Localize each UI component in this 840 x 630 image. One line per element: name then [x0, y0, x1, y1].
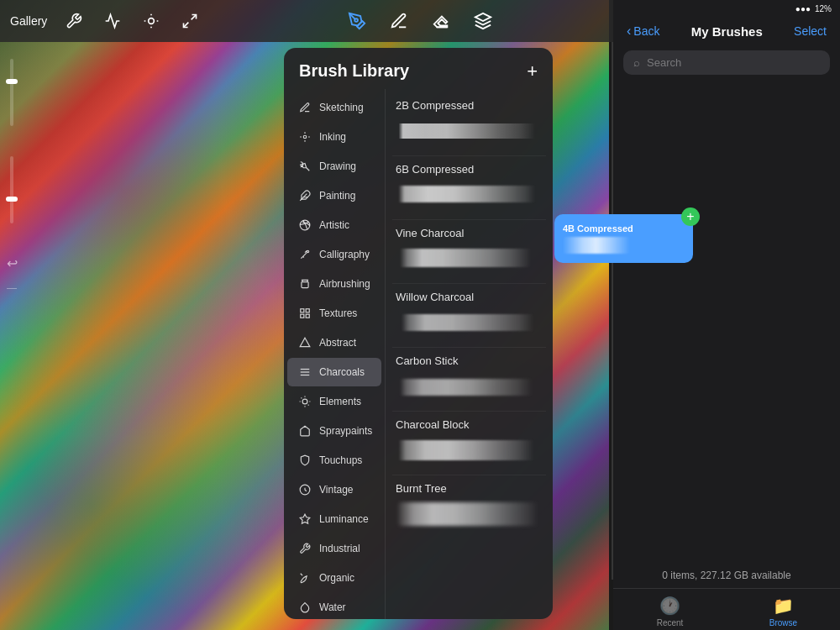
svg-marker-15	[300, 338, 310, 347]
brush-item-6b-compressed[interactable]: 6B Compressed	[392, 156, 546, 220]
brush-library-content: Sketching Inking Drawing Painting	[284, 89, 553, 619]
category-abstract[interactable]: Abstract	[287, 328, 381, 357]
recent-icon: 🕐	[659, 596, 680, 616]
stroke-preview	[396, 123, 543, 139]
search-icon: ⌕	[633, 56, 640, 69]
stroke-preview	[396, 314, 543, 331]
tab-recent[interactable]: 🕐 Recent	[613, 589, 727, 630]
category-label-abstract: Abstract	[319, 337, 356, 349]
brush-item-vine-charcoal[interactable]: Vine Charcoal	[392, 220, 546, 284]
category-label-drawing: Drawing	[319, 160, 356, 172]
category-luminance[interactable]: Luminance	[287, 505, 381, 533]
category-label-vintage: Vintage	[319, 484, 353, 496]
category-label-luminance: Luminance	[319, 513, 369, 525]
category-inking[interactable]: Inking	[287, 123, 381, 151]
search-bar[interactable]: ⌕ Search	[623, 50, 830, 75]
category-label-textures: Textures	[319, 307, 357, 319]
abstract-icon	[297, 335, 312, 350]
category-vintage[interactable]: Vintage	[287, 475, 381, 504]
category-elements[interactable]: Elements	[287, 387, 381, 416]
calligraphy-pen-tool[interactable]	[387, 9, 411, 33]
svg-line-1	[192, 15, 197, 20]
svg-rect-14	[306, 314, 309, 318]
transform-icon[interactable]	[178, 9, 202, 33]
category-sketching[interactable]: Sketching	[287, 93, 381, 122]
category-label-touchups: Touchups	[319, 454, 362, 466]
gallery-button[interactable]: Gallery	[10, 14, 47, 28]
svg-line-2	[184, 23, 189, 28]
brush-name-2b: 2B Compressed	[396, 99, 543, 112]
artistic-icon	[297, 218, 312, 233]
category-spraypaints[interactable]: Spraypaints	[287, 417, 381, 445]
category-label-water: Water	[319, 601, 346, 613]
brush-item-willow-charcoal[interactable]: Willow Charcoal	[392, 284, 546, 348]
side-toolbar: ↩ —	[0, 42, 24, 307]
toolbar-center	[345, 9, 495, 33]
brush-item-carbon-stick[interactable]: Carbon Stick	[392, 348, 546, 412]
painting-icon	[297, 188, 312, 203]
brush-name-block: Charcoal Block	[396, 418, 543, 431]
back-label: Back	[633, 24, 659, 38]
category-label-spraypaints: Spraypaints	[319, 425, 372, 437]
brush-size-slider[interactable]	[10, 59, 13, 126]
organic-icon	[297, 570, 312, 585]
spraypaints-icon	[297, 423, 312, 438]
svg-point-19	[302, 399, 307, 404]
wifi-icon: ●●●	[795, 4, 811, 13]
add-brush-button[interactable]: +	[527, 62, 538, 81]
undo-button[interactable]: ↩	[3, 254, 21, 272]
category-label-charcoals: Charcoals	[319, 366, 365, 378]
stroke-preview	[396, 440, 543, 460]
brush-item-2b-compressed[interactable]: 2B Compressed	[392, 92, 546, 156]
eraser-tool[interactable]	[429, 9, 453, 33]
brush-item-burnt-tree[interactable]: Burnt Tree	[392, 475, 546, 538]
back-button[interactable]: ‹ Back	[627, 24, 659, 39]
opacity-slider[interactable]	[10, 156, 13, 223]
inking-icon	[297, 129, 312, 144]
stroke-preview	[396, 249, 543, 267]
wrench-icon[interactable]	[62, 9, 86, 33]
svg-point-3	[354, 18, 358, 22]
category-textures[interactable]: Textures	[287, 299, 381, 328]
brush-preview-willow	[396, 308, 543, 340]
svg-line-22	[301, 397, 302, 398]
tooltip-brush-name: 4B Compressed	[563, 223, 685, 234]
brush-preview-6b	[396, 181, 543, 213]
category-industrial[interactable]: Industrial	[287, 534, 381, 563]
category-artistic[interactable]: Artistic	[287, 211, 381, 239]
bottom-bar: 0 items, 227.12 GB available 🕐 Recent 📁 …	[613, 563, 840, 630]
category-painting[interactable]: Painting	[287, 181, 381, 210]
category-drawing[interactable]: Drawing	[287, 152, 381, 181]
category-label-elements: Elements	[319, 396, 361, 407]
paint-brush-tool[interactable]	[345, 9, 369, 33]
select-button[interactable]: Select	[794, 24, 827, 38]
brush-library-title: Brush Library	[299, 61, 409, 81]
search-placeholder: Search	[647, 56, 681, 69]
brush-library-header: Brush Library +	[284, 48, 553, 89]
category-charcoals[interactable]: Charcoals	[287, 358, 381, 386]
tab-browse[interactable]: 📁 Browse	[727, 589, 840, 630]
brush-drag-card[interactable]: 4B Compressed +	[554, 214, 693, 263]
category-touchups[interactable]: Touchups	[287, 446, 381, 475]
category-water[interactable]: Water	[287, 593, 381, 619]
toolbar-left: Gallery	[10, 9, 202, 33]
back-chevron-icon: ‹	[627, 24, 631, 39]
brush-item-charcoal-block[interactable]: Charcoal Block	[392, 412, 546, 475]
brush-name-carbon: Carbon Stick	[396, 354, 543, 367]
tooltip-add-button[interactable]: +	[681, 207, 700, 226]
luminance-icon	[297, 512, 312, 527]
stroke-preview	[396, 379, 543, 396]
battery-icon: 12%	[815, 4, 832, 13]
svg-rect-12	[306, 309, 309, 312]
smudge-icon[interactable]	[139, 9, 163, 33]
brush-preview-block	[396, 436, 543, 468]
redo-button[interactable]: —	[3, 279, 21, 297]
category-calligraphy[interactable]: Calligraphy	[287, 240, 381, 269]
category-organic[interactable]: Organic	[287, 564, 381, 592]
layers-tool[interactable]	[471, 9, 495, 33]
adjust-icon[interactable]	[101, 9, 124, 33]
brush-preview-carbon	[396, 372, 543, 404]
svg-point-6	[303, 135, 307, 139]
brush-categories: Sketching Inking Drawing Painting	[284, 89, 385, 619]
category-airbrushing[interactable]: Airbrushing	[287, 270, 381, 298]
